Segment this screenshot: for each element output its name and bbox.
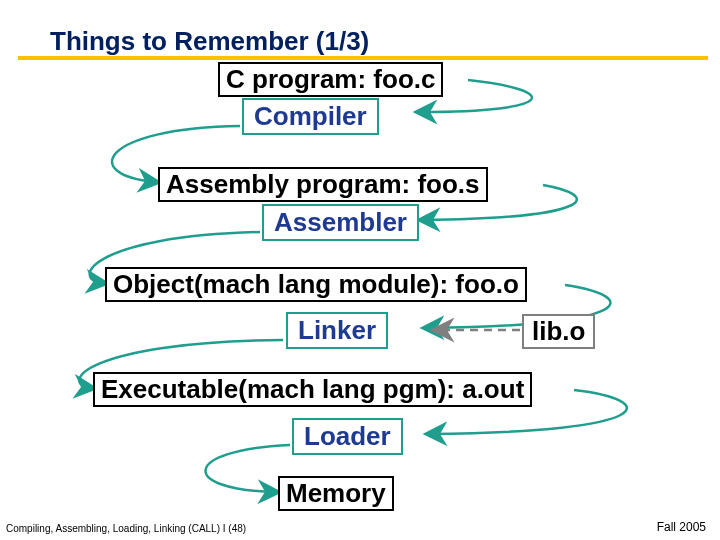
slide-title: Things to Remember (1/3) <box>50 26 369 57</box>
box-asm-program: Assembly program: foo.s <box>158 167 488 202</box>
stage-linker: Linker <box>286 312 388 349</box>
box-object: Object(mach lang module): foo.o <box>105 267 527 302</box>
title-underline <box>18 56 708 60</box>
stage-loader: Loader <box>292 418 403 455</box>
stage-compiler: Compiler <box>242 98 379 135</box>
box-executable: Executable(mach lang pgm): a.out <box>93 372 532 407</box>
box-memory: Memory <box>278 476 394 511</box>
stage-assembler: Assembler <box>262 204 419 241</box>
footer-left: Compiling, Assembling, Loading, Linking … <box>6 523 246 534</box>
box-lib: lib.o <box>522 314 595 349</box>
footer-right: Fall 2005 <box>657 520 706 534</box>
box-c-program: C program: foo.c <box>218 62 443 97</box>
